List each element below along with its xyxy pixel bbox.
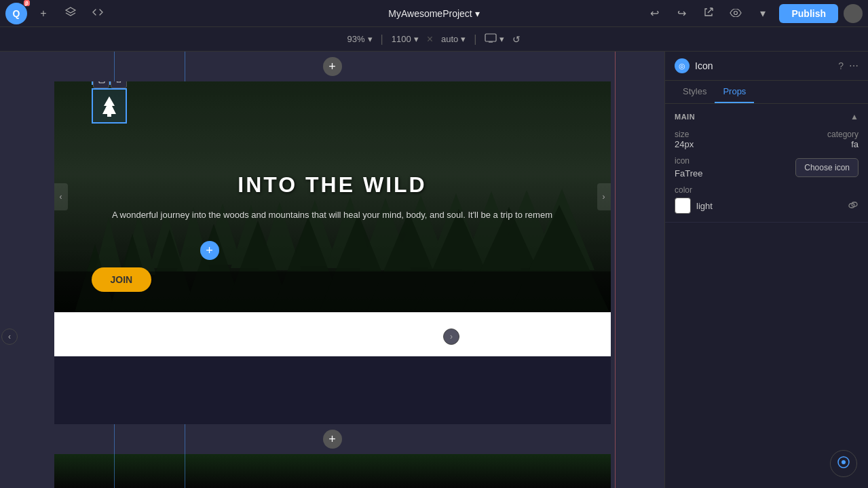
main-layout: + — [0, 52, 868, 488]
project-name-label: MyAwesomeProject — [388, 8, 472, 19]
panel-title-row: ◎ Icon — [675, 58, 713, 73]
canvas-left-arrow[interactable]: ‹ — [1, 329, 18, 345]
undo-button[interactable]: ↩ — [643, 3, 665, 24]
add-block-button[interactable]: + — [33, 3, 54, 24]
chevron-down-icon: ▾ — [475, 8, 480, 19]
size-value[interactable]: 24px — [675, 139, 715, 149]
copy-icon-button[interactable] — [93, 81, 109, 88]
more-options-button[interactable]: ⋯ — [849, 60, 858, 71]
project-name-button[interactable]: MyAwesomeProject ▾ — [388, 8, 479, 19]
refresh-button[interactable]: ↺ — [512, 34, 521, 45]
category-group: category fa — [818, 130, 858, 149]
beta-badge: β — [24, 0, 30, 6]
help-button[interactable]: ? — [838, 60, 844, 71]
toolbar-right: ↩ ↪ ▾ Publish — [643, 3, 863, 24]
chat-button[interactable] — [830, 450, 857, 477]
styles-tab-label: Styles — [683, 86, 706, 96]
size-category-row: size 24px category fa — [675, 130, 858, 149]
canvas-area: + — [0, 52, 664, 488]
separator-3: | — [474, 33, 476, 45]
height-dropdown-arrow[interactable]: ▾ — [461, 34, 466, 44]
hero-subtitle: A wonderful journey into the woods and m… — [112, 208, 552, 222]
device-selector[interactable]: ▾ — [485, 33, 504, 45]
hero-next-arrow[interactable]: › — [597, 183, 611, 210]
tab-styles[interactable]: Styles — [675, 81, 715, 103]
width-control: 1100 ▾ — [392, 34, 419, 44]
page-canvas: Icon ⠿ — [54, 81, 611, 424]
svg-marker-32 — [102, 96, 116, 114]
add-row-bottom-button[interactable]: + — [323, 430, 342, 449]
plus-icon: + — [206, 244, 213, 258]
trash-icon — [115, 81, 123, 86]
tree-icon — [96, 92, 123, 119]
icon-selection-box: Icon ⠿ — [92, 88, 127, 124]
right-panel: ◎ Icon ? ⋯ Styles Props MAIN — [664, 52, 868, 488]
icon-action-buttons — [93, 81, 127, 88]
device-dropdown-arrow: ▾ — [499, 34, 504, 44]
chevron-down-icon: ▾ — [760, 7, 766, 20]
panel-tabs: Styles Props — [665, 81, 868, 104]
canvas-right-arrow[interactable]: › — [443, 329, 459, 345]
tab-props[interactable]: Props — [715, 81, 754, 103]
zoom-value: 93% — [347, 34, 365, 44]
panel-header-actions: ? ⋯ — [838, 60, 858, 71]
category-value[interactable]: fa — [818, 139, 858, 149]
undo-icon: ↩ — [650, 7, 659, 20]
icon-name-label: icon — [675, 156, 702, 166]
props-tab-label: Props — [723, 86, 746, 96]
panel-content: MAIN ▲ size 24px category fa — [665, 104, 868, 488]
join-button[interactable]: JOIN — [92, 267, 152, 292]
white-section — [54, 312, 611, 356]
publish-button[interactable]: Publish — [779, 4, 838, 23]
arrow-left-icon: ‹ — [60, 192, 62, 202]
color-link-button[interactable] — [848, 200, 858, 212]
color-section: color light — [675, 185, 858, 214]
secondary-toolbar: 93% ▾ | 1100 ▾ × auto ▾ | ▾ ↺ — [0, 27, 868, 52]
add-row-top-button[interactable]: + — [323, 57, 342, 76]
width-dropdown-arrow[interactable]: ▾ — [414, 34, 419, 44]
layers-button[interactable] — [60, 3, 81, 24]
icon-name-group: icon FaTree — [675, 156, 702, 179]
preview-button[interactable] — [725, 3, 747, 24]
circle-icon: ◎ — [679, 62, 685, 71]
size-label: size — [675, 130, 715, 139]
icon-name-value: FaTree — [675, 168, 702, 179]
color-swatch[interactable] — [675, 198, 691, 214]
panel-header: ◎ Icon ? ⋯ — [665, 52, 868, 81]
icon-element[interactable]: Icon ⠿ — [92, 88, 127, 124]
section-title-main: MAIN — [675, 113, 695, 121]
color-value-row: light — [675, 198, 713, 214]
user-avatar[interactable] — [844, 4, 863, 23]
arrow-right-icon: › — [450, 332, 453, 341]
collapse-main-button[interactable]: ▲ — [850, 112, 858, 121]
choose-icon-button[interactable]: Choose icon — [795, 158, 858, 177]
size-group: size 24px — [675, 130, 715, 149]
hero-section: Icon ⠿ — [54, 81, 611, 312]
toolbar-center: MyAwesomeProject ▾ — [388, 8, 479, 19]
arrow-left-icon: ‹ — [8, 332, 11, 341]
hero-prev-arrow[interactable]: ‹ — [54, 183, 68, 210]
preview-dropdown-button[interactable]: ▾ — [752, 3, 774, 24]
arrow-right-icon: › — [603, 192, 605, 202]
separator-1: | — [381, 33, 383, 45]
device-icon — [485, 33, 497, 45]
zoom-dropdown-arrow[interactable]: ▾ — [368, 34, 373, 44]
external-link-icon — [703, 7, 714, 20]
color-prop-row: light — [675, 198, 858, 214]
copy-icon — [97, 81, 105, 86]
zoom-control: 93% ▾ — [347, 34, 373, 44]
icon-prop-row: icon FaTree Choose icon — [675, 156, 858, 179]
section-header-main: MAIN ▲ — [675, 112, 858, 121]
add-element-button[interactable]: + — [200, 241, 219, 260]
code-button[interactable] — [87, 3, 109, 24]
bottom-page-section — [54, 454, 611, 488]
panel-section-main: MAIN ▲ size 24px category fa — [665, 104, 868, 223]
svg-rect-31 — [99, 81, 105, 83]
top-toolbar: Q β + MyAwesomeProject ▾ ↩ ↪ — [0, 0, 868, 27]
delete-icon-button[interactable] — [111, 81, 127, 88]
external-link-button[interactable] — [698, 3, 719, 24]
logo-button[interactable]: Q β — [5, 3, 27, 24]
color-label: color — [675, 185, 858, 195]
panel-icon: ◎ — [675, 58, 690, 73]
redo-button[interactable]: ↪ — [671, 3, 692, 24]
